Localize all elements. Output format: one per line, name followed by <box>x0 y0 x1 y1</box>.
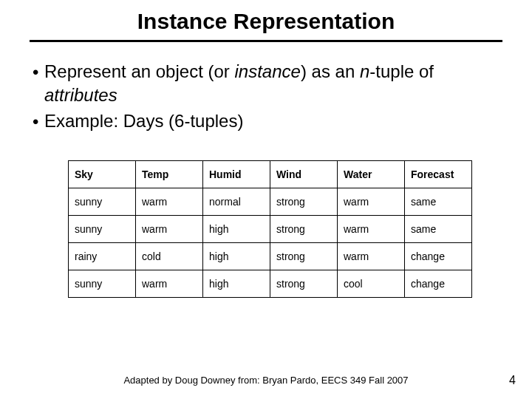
table-cell: sunny <box>69 216 136 243</box>
table-cell: warm <box>136 188 203 216</box>
table-header: Temp <box>136 161 203 188</box>
bullet-text: Example: Days (6-tuples) <box>44 109 502 133</box>
table-cell: same <box>405 188 472 216</box>
table-row: sunny warm normal strong warm same <box>69 188 472 216</box>
bullet-dot-icon: • <box>33 60 44 84</box>
slide: Instance Representation • Represent an o… <box>0 0 532 399</box>
bullet-item: • Represent an object (or instance) as a… <box>33 60 502 108</box>
text-fragment: Represent an object (or <box>44 61 234 81</box>
table-header-row: Sky Temp Humid Wind Water Forecast <box>69 161 472 188</box>
text-emphasis: n <box>360 61 369 81</box>
table-cell: strong <box>270 270 338 298</box>
slide-title: Instance Representation <box>30 9 502 42</box>
table-cell: strong <box>270 188 338 216</box>
example-table: Sky Temp Humid Wind Water Forecast sunny… <box>68 160 472 298</box>
text-emphasis: instance <box>234 61 300 81</box>
table-header: Water <box>338 161 405 188</box>
table-cell: warm <box>338 243 405 270</box>
table-cell: strong <box>270 216 338 243</box>
table-cell: warm <box>338 216 405 243</box>
page-number: 4 <box>509 374 516 387</box>
bullet-item: • Example: Days (6-tuples) <box>33 109 502 134</box>
table-row: rainy cold high strong warm change <box>69 243 472 270</box>
table-header: Sky <box>69 161 136 188</box>
text-fragment: -tuple of <box>369 61 434 81</box>
footer-attribution: Adapted by Doug Downey from: Bryan Pardo… <box>0 375 532 386</box>
table-cell: cold <box>136 243 203 270</box>
table-cell: cool <box>338 270 405 298</box>
example-table-wrap: Sky Temp Humid Wind Water Forecast sunny… <box>68 160 502 298</box>
table-cell: strong <box>270 243 338 270</box>
bullet-list: • Represent an object (or instance) as a… <box>33 60 502 134</box>
table-header: Wind <box>270 161 338 188</box>
table-row: sunny warm high strong warm same <box>69 216 472 243</box>
table-cell: rainy <box>69 243 136 270</box>
table-cell: change <box>405 243 472 270</box>
table-cell: high <box>203 243 270 270</box>
table-cell: same <box>405 216 472 243</box>
text-emphasis: attributes <box>44 85 117 105</box>
table-row: sunny warm high strong cool change <box>69 270 472 298</box>
table-cell: sunny <box>69 188 136 216</box>
table-cell: high <box>203 270 270 298</box>
table-cell: change <box>405 270 472 298</box>
table-cell: sunny <box>69 270 136 298</box>
table-cell: warm <box>136 270 203 298</box>
bullet-text: Represent an object (or instance) as an … <box>44 60 502 108</box>
table-cell: high <box>203 216 270 243</box>
table-header: Humid <box>203 161 270 188</box>
table-cell: normal <box>203 188 270 216</box>
table-header: Forecast <box>405 161 472 188</box>
table-cell: warm <box>338 188 405 216</box>
bullet-dot-icon: • <box>33 109 44 134</box>
text-fragment: ) as an <box>301 61 360 81</box>
table-cell: warm <box>136 216 203 243</box>
